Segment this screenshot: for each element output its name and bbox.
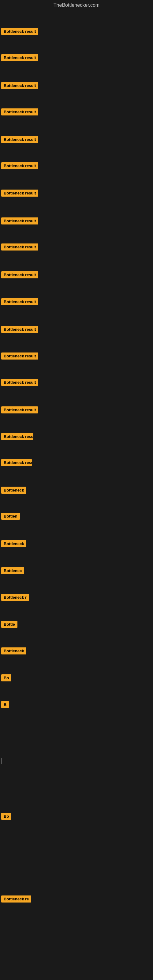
bottleneck-item: Bo [1, 675, 11, 681]
bottleneck-badge: Bottleneck result [1, 298, 38, 305]
bottleneck-badge: Bottleneck result [1, 136, 38, 143]
bottleneck-item: Bottle [1, 621, 18, 628]
bottleneck-badge: Bottleneck [1, 540, 26, 547]
bottleneck-badge: Bo [1, 675, 11, 681]
bottleneck-badge: Bottlen [1, 513, 20, 520]
bottleneck-item: Bottleneck result [1, 162, 38, 169]
bottleneck-badge: Bottleneck result [1, 326, 38, 333]
bottleneck-item: Bottleneck result [1, 218, 38, 224]
bottleneck-item: Bottleneck result [1, 271, 38, 278]
bottleneck-item: Bottleneck result [1, 108, 38, 115]
site-header: TheBottlenecker.com [0, 0, 153, 10]
bottleneck-item: Bottleneck result [1, 298, 38, 305]
bottleneck-badge: Bottleneck result [1, 162, 38, 169]
bottleneck-item: Bottleneck result [1, 28, 38, 35]
bottleneck-badge: Bottleneck result [1, 108, 38, 115]
bottleneck-badge: Bottleneck result [1, 54, 38, 61]
bottleneck-item: Bottleneck r [1, 594, 29, 601]
bottleneck-badge: Bottleneck result [1, 353, 38, 360]
bottleneck-badge: Bottleneck result [1, 218, 38, 224]
bottleneck-item: Bottleneck result [1, 326, 38, 333]
bottleneck-badge: Bottleneck r [1, 594, 29, 601]
bottleneck-badge: Bottleneck [1, 487, 26, 494]
bottleneck-badge: Bottleneck result [1, 379, 38, 386]
bottleneck-item: Bottlenec [1, 567, 24, 574]
bottleneck-badge: Bottleneck result [1, 28, 38, 35]
bottleneck-badge: Bottleneck result [1, 406, 38, 414]
bottleneck-item: Bottleneck result [1, 189, 38, 197]
bottleneck-item: Bottleneck result [1, 82, 38, 89]
bottleneck-item: Bottleneck result [1, 379, 38, 386]
bottleneck-badge: Bottlenec [1, 567, 24, 574]
bottleneck-item: Bottleneck result [1, 54, 38, 61]
bottleneck-item: Bottleneck result [1, 243, 38, 250]
bottleneck-badge: Bottleneck resu [1, 459, 32, 466]
bottleneck-item: Bottlen [1, 513, 20, 520]
bottleneck-badge: Bottleneck result [1, 82, 38, 89]
bottleneck-item: Bottleneck [1, 540, 26, 547]
bottleneck-item: Bottleneck re [1, 896, 31, 902]
bottleneck-badge: Bo [1, 813, 11, 820]
bottleneck-badge: Bottleneck re [1, 896, 31, 902]
items-container: Bottleneck resultBottleneck resultBottle… [0, 10, 153, 980]
bottleneck-item: Bo [1, 813, 11, 820]
bottleneck-badge: Bottleneck [1, 648, 26, 654]
bottleneck-item: Bottleneck result [1, 353, 38, 360]
bottleneck-item: Bottleneck result [1, 136, 38, 143]
bottleneck-badge: Bottleneck result [1, 433, 33, 440]
bottleneck-badge: Bottleneck result [1, 189, 38, 197]
bottleneck-badge: Bottle [1, 621, 18, 628]
bottleneck-badge: Bottleneck result [1, 243, 38, 250]
bottleneck-item: Bottleneck resu [1, 459, 32, 466]
bottleneck-item: Bottleneck [1, 648, 26, 654]
bottleneck-badge: B [1, 701, 9, 708]
bottleneck-item: Bottleneck [1, 487, 26, 494]
bottleneck-item: Bottleneck result [1, 406, 38, 414]
site-title: TheBottlenecker.com [0, 0, 153, 10]
bottleneck-item: B [1, 701, 9, 708]
bottleneck-badge: Bottleneck result [1, 271, 38, 278]
bottleneck-item [1, 758, 2, 764]
bottleneck-item: Bottleneck result [1, 433, 33, 440]
